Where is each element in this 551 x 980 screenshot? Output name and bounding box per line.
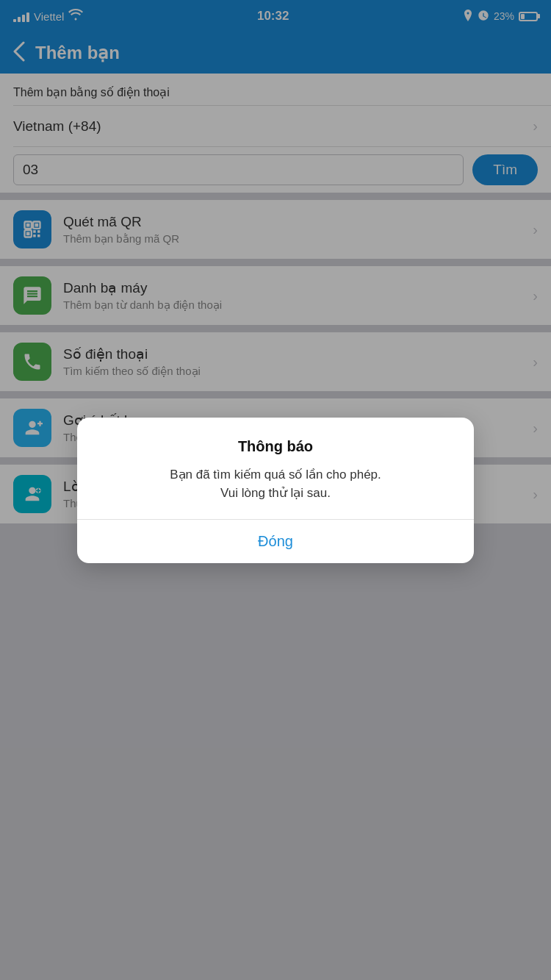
modal-title: Thông báo xyxy=(101,438,450,455)
modal-close-button[interactable]: Đóng xyxy=(77,520,474,563)
modal-overlay: Thông báo Bạn đã tìm kiếm quá số lần cho… xyxy=(0,0,551,980)
modal-message: Bạn đã tìm kiếm quá số lần cho phép.Vui … xyxy=(101,465,450,503)
modal-body: Thông báo Bạn đã tìm kiếm quá số lần cho… xyxy=(77,418,474,519)
modal-dialog: Thông báo Bạn đã tìm kiếm quá số lần cho… xyxy=(77,418,474,563)
